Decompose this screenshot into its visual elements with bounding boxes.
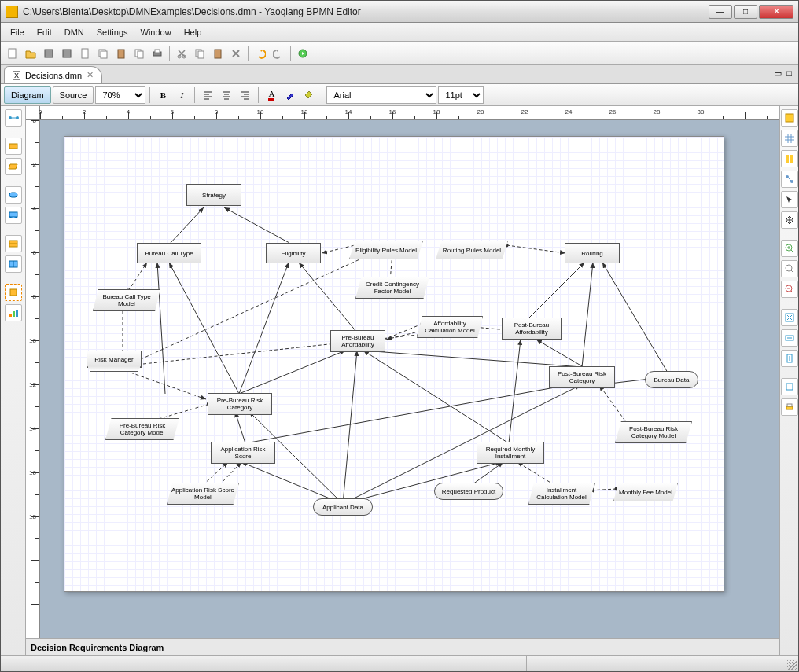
undo-icon[interactable]	[252, 45, 269, 62]
filetab-decisions[interactable]: X Decisions.dmn ✕	[4, 66, 102, 83]
diagram-page[interactable]: Strategy Bureau Call Type Eligibility Ro…	[64, 136, 724, 592]
menu-edit[interactable]: Edit	[31, 25, 58, 39]
maximize-view-icon[interactable]: □	[786, 68, 792, 79]
palette-connector-icon[interactable]	[5, 109, 22, 127]
menu-settings[interactable]: Settings	[90, 25, 134, 39]
paste-icon[interactable]	[112, 45, 130, 62]
align-center-icon[interactable]	[218, 86, 235, 104]
node-pre-bureau-risk[interactable]: Pre-Bureau Risk Category	[208, 393, 272, 415]
italic-icon[interactable]: I	[173, 86, 190, 104]
minimize-button[interactable]: —	[709, 5, 732, 19]
node-credit-contingency[interactable]: Credit Contingency Factor Model	[355, 277, 429, 299]
zoom-select[interactable]: 70%	[95, 86, 145, 104]
canvas-scroll[interactable]: Strategy Bureau Call Type Eligibility Ro…	[40, 120, 779, 638]
node-pre-bureau-risk-model[interactable]: Pre-Bureau Risk Category Model	[105, 418, 179, 440]
export-icon[interactable]	[781, 378, 798, 395]
titlebar[interactable]: C:\Users\Blenta\Desktop\DMNExamples\Deci…	[1, 1, 798, 23]
node-pre-bureau-afford[interactable]: Pre-Bureau Affordability	[330, 330, 385, 352]
filetab-label: Decisions.dmn	[25, 71, 82, 80]
node-required-monthly[interactable]: Required Monthly Installment	[477, 442, 544, 464]
palette-selected-icon[interactable]	[5, 284, 22, 301]
node-bureau-call-type[interactable]: Bureau Call Type	[137, 243, 201, 263]
save-as-icon[interactable]	[58, 45, 75, 62]
copy2-icon[interactable]	[191, 45, 208, 62]
view-source-button[interactable]: Source	[53, 86, 94, 104]
font-color-icon[interactable]: A	[263, 86, 280, 104]
nav-icon[interactable]	[781, 171, 798, 188]
palette-decision-icon[interactable]	[5, 138, 22, 155]
node-requested-product[interactable]: Requested Product	[434, 483, 503, 500]
node-applicant-data[interactable]: Applicant Data	[313, 498, 373, 516]
node-afford-calc-model[interactable]: Affordability Calculation Model	[417, 316, 483, 338]
stroke-color-icon[interactable]	[282, 86, 299, 104]
palette-ks-icon[interactable]	[5, 207, 22, 224]
bold-icon[interactable]: B	[154, 86, 171, 104]
new-icon[interactable]	[4, 45, 21, 62]
node-bureau-call-type-model[interactable]: Bureau Call Type Model	[93, 289, 160, 311]
node-post-bureau-risk-model[interactable]: Post-Bureau Risk Category Model	[615, 421, 692, 443]
zoom-reset-icon[interactable]	[781, 260, 798, 277]
maximize-button[interactable]: □	[734, 5, 757, 19]
canvas-area: 024681012141618202224262830 024681012141…	[26, 106, 779, 655]
svg-line-37	[602, 263, 670, 376]
node-strategy[interactable]: Strategy	[186, 184, 241, 206]
delete-icon[interactable]	[227, 45, 245, 62]
fit-drawing-icon[interactable]	[781, 350, 798, 367]
svg-rect-26	[13, 311, 15, 317]
redo-icon[interactable]	[270, 45, 287, 62]
pointer-icon[interactable]	[781, 191, 798, 208]
copy-icon[interactable]	[94, 45, 112, 62]
node-app-risk-score-model[interactable]: Application Risk Score Model	[167, 483, 239, 505]
layout-icon[interactable]	[781, 150, 798, 167]
grid-icon[interactable]	[781, 130, 798, 147]
move-icon[interactable]	[781, 211, 798, 229]
minimize-view-icon[interactable]: ▭	[774, 68, 782, 79]
resize-grip-icon[interactable]	[787, 660, 797, 670]
align-left-icon[interactable]	[199, 86, 216, 104]
menu-help[interactable]: Help	[178, 25, 208, 39]
font-select[interactable]: Arial	[326, 86, 436, 104]
palette-group1-icon[interactable]	[5, 235, 22, 252]
fontsize-select[interactable]: 11pt	[438, 86, 484, 104]
node-bureau-data[interactable]: Bureau Data	[645, 371, 698, 388]
close-button[interactable]: ✕	[759, 5, 793, 19]
fit-width-icon[interactable]	[781, 329, 798, 347]
save-icon[interactable]	[40, 45, 57, 62]
node-monthly-fee-model[interactable]: Monthly Fee Model	[613, 483, 678, 501]
cut-icon[interactable]	[173, 45, 190, 62]
print2-icon[interactable]	[781, 398, 798, 416]
duplicate-icon[interactable]	[131, 45, 148, 62]
close-tab-icon[interactable]: ✕	[87, 70, 94, 80]
menu-file[interactable]: File	[4, 25, 31, 39]
open-icon[interactable]	[22, 45, 39, 62]
node-post-bureau-risk[interactable]: Post-Bureau Risk Category	[549, 366, 615, 388]
fit-page-icon[interactable]	[781, 309, 798, 326]
node-eligibility[interactable]: Eligibility	[266, 243, 321, 263]
node-routing[interactable]: Routing	[565, 243, 620, 263]
node-eligibility-rules-model[interactable]: Eligibility Rules Model	[349, 241, 423, 259]
app-icon	[6, 6, 18, 18]
menu-dmn[interactable]: DMN	[58, 25, 90, 39]
overview-icon[interactable]	[781, 109, 798, 127]
page-setup-icon[interactable]	[76, 45, 94, 62]
palette-km-icon[interactable]	[5, 158, 22, 175]
node-app-risk-score[interactable]: Application Risk Score	[211, 442, 275, 464]
svg-rect-8	[138, 51, 143, 58]
zoom-out-icon[interactable]	[781, 281, 798, 298]
align-right-icon[interactable]	[237, 86, 254, 104]
view-diagram-button[interactable]: Diagram	[4, 86, 51, 104]
menu-window[interactable]: Window	[134, 25, 178, 39]
paste2-icon[interactable]	[209, 45, 226, 62]
palette-input-icon[interactable]	[5, 186, 22, 204]
run-icon[interactable]	[294, 45, 311, 62]
diagram-edges	[64, 137, 724, 591]
node-risk-manager[interactable]: Risk Manager	[87, 351, 142, 368]
print-icon[interactable]	[149, 45, 166, 62]
node-routing-rules-model[interactable]: Routing Rules Model	[436, 241, 508, 259]
palette-chart-icon[interactable]	[5, 304, 22, 321]
palette-group2-icon[interactable]	[5, 255, 22, 273]
node-post-bureau-afford[interactable]: Post-Bureau Affordability	[502, 318, 562, 340]
fill-color-icon[interactable]	[300, 86, 318, 104]
node-installment-calc-model[interactable]: Installment Calculation Model	[528, 483, 595, 505]
zoom-in-icon[interactable]	[781, 240, 798, 257]
